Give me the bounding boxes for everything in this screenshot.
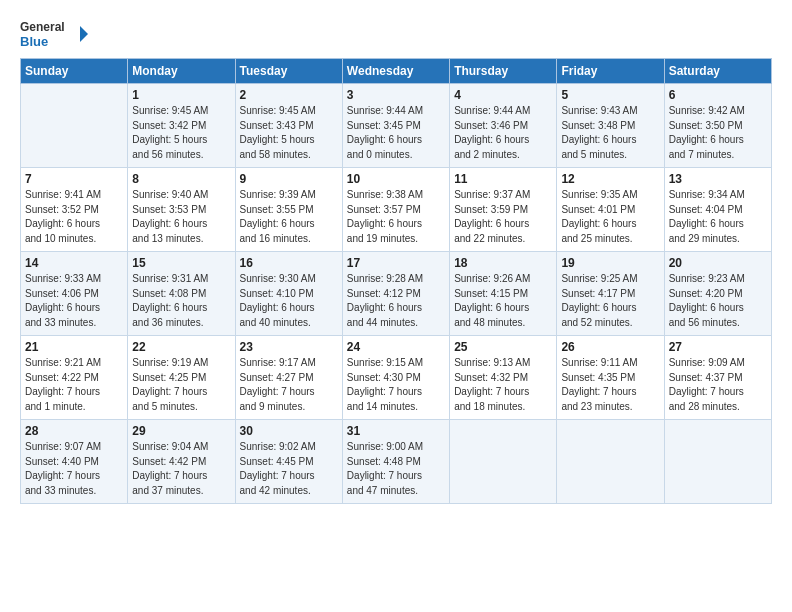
cell-info: Sunrise: 9:41 AMSunset: 3:52 PMDaylight:… xyxy=(25,188,123,246)
day-header-saturday: Saturday xyxy=(664,59,771,84)
day-number: 30 xyxy=(240,424,338,438)
day-number: 2 xyxy=(240,88,338,102)
calendar-cell: 14Sunrise: 9:33 AMSunset: 4:06 PMDayligh… xyxy=(21,252,128,336)
cell-info: Sunrise: 9:42 AMSunset: 3:50 PMDaylight:… xyxy=(669,104,767,162)
svg-text:Blue: Blue xyxy=(20,34,48,49)
day-number: 14 xyxy=(25,256,123,270)
cell-info: Sunrise: 9:23 AMSunset: 4:20 PMDaylight:… xyxy=(669,272,767,330)
cell-info: Sunrise: 9:11 AMSunset: 4:35 PMDaylight:… xyxy=(561,356,659,414)
calendar-cell: 21Sunrise: 9:21 AMSunset: 4:22 PMDayligh… xyxy=(21,336,128,420)
day-number: 31 xyxy=(347,424,445,438)
day-number: 20 xyxy=(669,256,767,270)
calendar-cell: 6Sunrise: 9:42 AMSunset: 3:50 PMDaylight… xyxy=(664,84,771,168)
cell-info: Sunrise: 9:21 AMSunset: 4:22 PMDaylight:… xyxy=(25,356,123,414)
logo-svg: General Blue xyxy=(20,16,90,52)
calendar-cell: 24Sunrise: 9:15 AMSunset: 4:30 PMDayligh… xyxy=(342,336,449,420)
calendar-cell: 23Sunrise: 9:17 AMSunset: 4:27 PMDayligh… xyxy=(235,336,342,420)
cell-info: Sunrise: 9:19 AMSunset: 4:25 PMDaylight:… xyxy=(132,356,230,414)
calendar-cell: 29Sunrise: 9:04 AMSunset: 4:42 PMDayligh… xyxy=(128,420,235,504)
calendar-cell: 7Sunrise: 9:41 AMSunset: 3:52 PMDaylight… xyxy=(21,168,128,252)
day-number: 22 xyxy=(132,340,230,354)
calendar-cell: 20Sunrise: 9:23 AMSunset: 4:20 PMDayligh… xyxy=(664,252,771,336)
day-number: 25 xyxy=(454,340,552,354)
day-number: 3 xyxy=(347,88,445,102)
cell-info: Sunrise: 9:40 AMSunset: 3:53 PMDaylight:… xyxy=(132,188,230,246)
calendar-cell: 2Sunrise: 9:45 AMSunset: 3:43 PMDaylight… xyxy=(235,84,342,168)
day-number: 15 xyxy=(132,256,230,270)
calendar-cell: 10Sunrise: 9:38 AMSunset: 3:57 PMDayligh… xyxy=(342,168,449,252)
cell-info: Sunrise: 9:15 AMSunset: 4:30 PMDaylight:… xyxy=(347,356,445,414)
day-header-tuesday: Tuesday xyxy=(235,59,342,84)
day-header-friday: Friday xyxy=(557,59,664,84)
cell-info: Sunrise: 9:28 AMSunset: 4:12 PMDaylight:… xyxy=(347,272,445,330)
calendar-cell: 11Sunrise: 9:37 AMSunset: 3:59 PMDayligh… xyxy=(450,168,557,252)
calendar-cell xyxy=(664,420,771,504)
day-number: 16 xyxy=(240,256,338,270)
calendar-cell: 8Sunrise: 9:40 AMSunset: 3:53 PMDaylight… xyxy=(128,168,235,252)
calendar-cell: 28Sunrise: 9:07 AMSunset: 4:40 PMDayligh… xyxy=(21,420,128,504)
calendar-cell: 27Sunrise: 9:09 AMSunset: 4:37 PMDayligh… xyxy=(664,336,771,420)
day-number: 12 xyxy=(561,172,659,186)
day-header-wednesday: Wednesday xyxy=(342,59,449,84)
cell-info: Sunrise: 9:35 AMSunset: 4:01 PMDaylight:… xyxy=(561,188,659,246)
cell-info: Sunrise: 9:33 AMSunset: 4:06 PMDaylight:… xyxy=(25,272,123,330)
cell-info: Sunrise: 9:26 AMSunset: 4:15 PMDaylight:… xyxy=(454,272,552,330)
day-number: 4 xyxy=(454,88,552,102)
day-number: 6 xyxy=(669,88,767,102)
day-header-sunday: Sunday xyxy=(21,59,128,84)
cell-info: Sunrise: 9:45 AMSunset: 3:43 PMDaylight:… xyxy=(240,104,338,162)
calendar-cell: 13Sunrise: 9:34 AMSunset: 4:04 PMDayligh… xyxy=(664,168,771,252)
day-number: 26 xyxy=(561,340,659,354)
calendar-cell xyxy=(450,420,557,504)
cell-info: Sunrise: 9:43 AMSunset: 3:48 PMDaylight:… xyxy=(561,104,659,162)
cell-info: Sunrise: 9:07 AMSunset: 4:40 PMDaylight:… xyxy=(25,440,123,498)
calendar-cell: 30Sunrise: 9:02 AMSunset: 4:45 PMDayligh… xyxy=(235,420,342,504)
day-number: 24 xyxy=(347,340,445,354)
day-number: 23 xyxy=(240,340,338,354)
cell-info: Sunrise: 9:00 AMSunset: 4:48 PMDaylight:… xyxy=(347,440,445,498)
cell-info: Sunrise: 9:44 AMSunset: 3:46 PMDaylight:… xyxy=(454,104,552,162)
cell-info: Sunrise: 9:38 AMSunset: 3:57 PMDaylight:… xyxy=(347,188,445,246)
calendar-cell: 16Sunrise: 9:30 AMSunset: 4:10 PMDayligh… xyxy=(235,252,342,336)
calendar-cell: 26Sunrise: 9:11 AMSunset: 4:35 PMDayligh… xyxy=(557,336,664,420)
cell-info: Sunrise: 9:39 AMSunset: 3:55 PMDaylight:… xyxy=(240,188,338,246)
calendar-cell: 19Sunrise: 9:25 AMSunset: 4:17 PMDayligh… xyxy=(557,252,664,336)
day-number: 29 xyxy=(132,424,230,438)
calendar-cell: 5Sunrise: 9:43 AMSunset: 3:48 PMDaylight… xyxy=(557,84,664,168)
cell-info: Sunrise: 9:45 AMSunset: 3:42 PMDaylight:… xyxy=(132,104,230,162)
calendar-cell: 18Sunrise: 9:26 AMSunset: 4:15 PMDayligh… xyxy=(450,252,557,336)
day-number: 17 xyxy=(347,256,445,270)
cell-info: Sunrise: 9:37 AMSunset: 3:59 PMDaylight:… xyxy=(454,188,552,246)
calendar-cell: 12Sunrise: 9:35 AMSunset: 4:01 PMDayligh… xyxy=(557,168,664,252)
day-number: 27 xyxy=(669,340,767,354)
calendar-cell: 4Sunrise: 9:44 AMSunset: 3:46 PMDaylight… xyxy=(450,84,557,168)
svg-text:General: General xyxy=(20,20,65,34)
cell-info: Sunrise: 9:25 AMSunset: 4:17 PMDaylight:… xyxy=(561,272,659,330)
day-number: 11 xyxy=(454,172,552,186)
calendar-cell xyxy=(557,420,664,504)
cell-info: Sunrise: 9:34 AMSunset: 4:04 PMDaylight:… xyxy=(669,188,767,246)
day-number: 21 xyxy=(25,340,123,354)
cell-info: Sunrise: 9:31 AMSunset: 4:08 PMDaylight:… xyxy=(132,272,230,330)
day-number: 7 xyxy=(25,172,123,186)
calendar-cell: 15Sunrise: 9:31 AMSunset: 4:08 PMDayligh… xyxy=(128,252,235,336)
calendar-cell: 3Sunrise: 9:44 AMSunset: 3:45 PMDaylight… xyxy=(342,84,449,168)
day-number: 5 xyxy=(561,88,659,102)
calendar-cell: 17Sunrise: 9:28 AMSunset: 4:12 PMDayligh… xyxy=(342,252,449,336)
day-number: 28 xyxy=(25,424,123,438)
cell-info: Sunrise: 9:44 AMSunset: 3:45 PMDaylight:… xyxy=(347,104,445,162)
cell-info: Sunrise: 9:02 AMSunset: 4:45 PMDaylight:… xyxy=(240,440,338,498)
day-number: 8 xyxy=(132,172,230,186)
calendar-cell: 31Sunrise: 9:00 AMSunset: 4:48 PMDayligh… xyxy=(342,420,449,504)
day-number: 1 xyxy=(132,88,230,102)
cell-info: Sunrise: 9:13 AMSunset: 4:32 PMDaylight:… xyxy=(454,356,552,414)
calendar-cell: 25Sunrise: 9:13 AMSunset: 4:32 PMDayligh… xyxy=(450,336,557,420)
calendar-cell: 1Sunrise: 9:45 AMSunset: 3:42 PMDaylight… xyxy=(128,84,235,168)
cell-info: Sunrise: 9:09 AMSunset: 4:37 PMDaylight:… xyxy=(669,356,767,414)
svg-marker-2 xyxy=(80,26,88,42)
day-number: 19 xyxy=(561,256,659,270)
cell-info: Sunrise: 9:17 AMSunset: 4:27 PMDaylight:… xyxy=(240,356,338,414)
day-number: 10 xyxy=(347,172,445,186)
day-header-thursday: Thursday xyxy=(450,59,557,84)
calendar-table: SundayMondayTuesdayWednesdayThursdayFrid… xyxy=(20,58,772,504)
